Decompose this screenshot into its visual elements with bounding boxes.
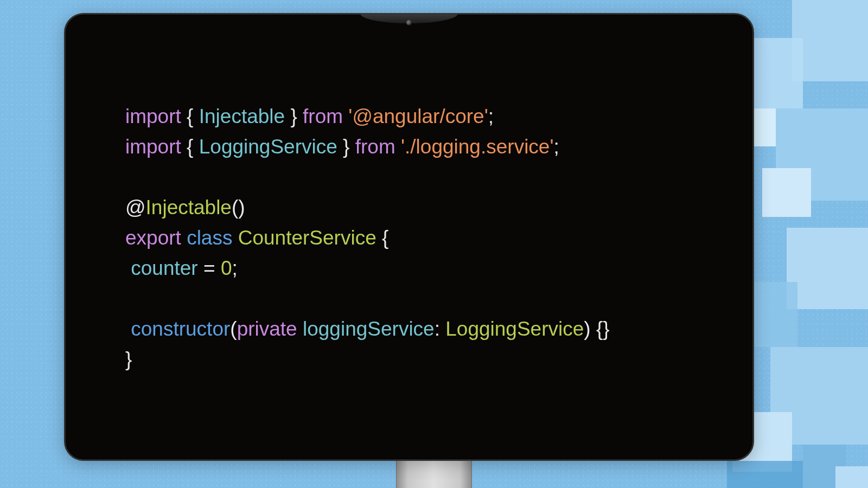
token-string: '@angular/core' — [348, 105, 488, 127]
token-brace: { — [181, 105, 199, 127]
token-keyword: private — [237, 318, 297, 340]
code-line-1: import { Injectable } from '@angular/cor… — [125, 105, 494, 127]
token-brace: } — [125, 348, 132, 370]
token-keyword: export — [125, 227, 181, 249]
token-classname: CounterService — [238, 227, 376, 249]
token-ctor: constructor — [131, 318, 230, 340]
token-indent — [125, 318, 131, 340]
token-space — [232, 227, 238, 249]
token-indent — [125, 257, 131, 279]
code-line-8: constructor(private loggingService: Logg… — [125, 318, 610, 340]
token-ident: counter — [131, 257, 197, 279]
token-parens: () — [232, 196, 245, 219]
token-semi: ; — [232, 257, 237, 279]
code-line-2: import { LoggingService } from './loggin… — [125, 136, 559, 158]
monitor-stand — [396, 459, 472, 488]
token-keyword: from — [355, 136, 401, 158]
token-brace: { — [376, 227, 389, 249]
code-line-4: @Injectable() — [125, 196, 245, 219]
token-keyword: from — [303, 105, 348, 127]
token-paren: ( — [230, 318, 237, 340]
code-line-9: } — [125, 348, 132, 370]
token-eq: = — [198, 257, 221, 279]
token-space — [297, 318, 303, 340]
code-line-6: counter = 0; — [125, 257, 238, 279]
token-brace: } — [337, 136, 355, 158]
code-line-5: export class CounterService { — [125, 227, 388, 249]
token-brace: } — [285, 105, 303, 127]
token-ident: LoggingService — [199, 136, 337, 158]
token-ident: Injectable — [199, 105, 285, 127]
token-at: @ — [125, 196, 146, 219]
background-tiles — [738, 0, 868, 488]
camera-icon — [406, 20, 412, 25]
code-block: import { Injectable } from '@angular/cor… — [125, 101, 720, 375]
token-semi: ; — [554, 136, 559, 158]
token-semi: ; — [488, 105, 494, 127]
monitor: import { Injectable } from '@angular/cor… — [64, 13, 754, 461]
token-keyword: class — [187, 227, 232, 249]
token-keyword: import — [125, 105, 181, 127]
token-brace: { — [181, 136, 199, 158]
token-space — [181, 227, 187, 249]
token-close: ) {} — [584, 318, 609, 340]
token-string: './logging.service' — [401, 136, 554, 158]
token-decorator: Injectable — [146, 196, 232, 219]
token-type: LoggingService — [445, 318, 584, 340]
token-param: loggingService — [303, 318, 435, 340]
token-keyword: import — [125, 136, 181, 158]
token-colon: : — [435, 318, 446, 340]
token-number: 0 — [221, 257, 232, 279]
